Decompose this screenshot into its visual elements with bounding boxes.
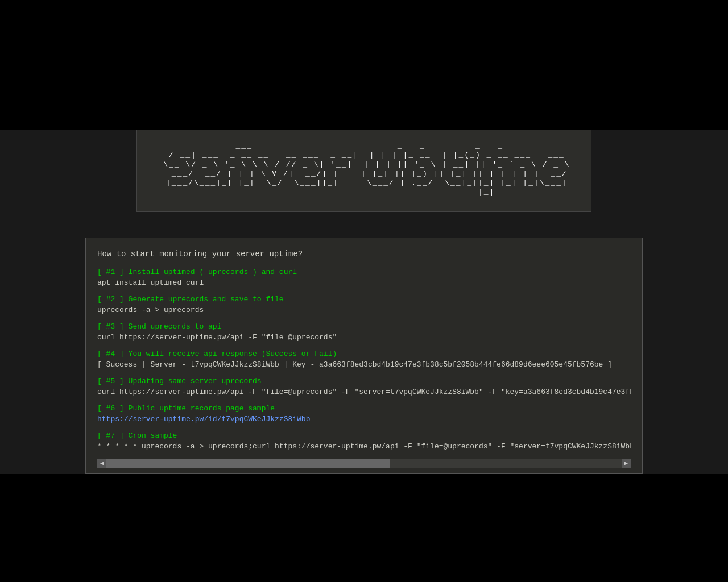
- step-7-command: * * * * * uprecords -a > uprecords;curl …: [97, 442, 631, 451]
- bottom-spacer: [0, 474, 728, 583]
- step-7: [ #7 ] Cron sample * * * * * uprecords -…: [97, 431, 631, 451]
- step-6-link[interactable]: https://server-uptime.pw/id/t7vpqCWKeJJk…: [97, 415, 631, 423]
- step-6-label: [ #6 ] Public uptime records page sample: [97, 404, 631, 413]
- step-1-label: [ #1 ] Install uptimed ( uprecords ) and…: [97, 268, 631, 276]
- step-4-label: [ #4 ] You will receive api response (Su…: [97, 350, 631, 358]
- step-2-command: uprecords -a > uprecords: [97, 306, 631, 314]
- step-5-command: curl https://server-uptime.pw/api -F "fi…: [97, 388, 631, 396]
- terminal-header-text: How to start monitoring your server upti…: [97, 250, 631, 259]
- step-2: [ #2 ] Generate uprecords and save to fi…: [97, 295, 631, 314]
- step-3-command: curl https://server-uptime.pw/api -F "fi…: [97, 333, 631, 342]
- step-1-command: apt install uptimed curl: [97, 278, 631, 287]
- ascii-art: ___ _ _ _ _ / __| ___ _ __ __ __ ___ _ _…: [154, 142, 574, 197]
- banner-section: ___ _ _ _ _ / __| ___ _ __ __ __ ___ _ _…: [136, 130, 592, 212]
- step-5-label: [ #5 ] Updating same server uprecords: [97, 377, 631, 385]
- terminal-panel: How to start monitoring your server upti…: [85, 238, 643, 474]
- gap-spacer: [0, 212, 728, 238]
- scrollbar-left-button[interactable]: ◀: [97, 459, 106, 468]
- top-spacer: [0, 0, 728, 130]
- step-2-label: [ #2 ] Generate uprecords and save to fi…: [97, 295, 631, 304]
- step-4-command: [ Success | Server - t7vpqCWKeJJkzzS8iWb…: [97, 360, 631, 369]
- step-3: [ #3 ] Send uprecords to api curl https:…: [97, 322, 631, 342]
- step-7-label: [ #7 ] Cron sample: [97, 431, 631, 440]
- step-6: [ #6 ] Public uptime records page sample…: [97, 404, 631, 423]
- horizontal-scrollbar[interactable]: ◀ ▶: [97, 459, 631, 468]
- step-5: [ #5 ] Updating same server uprecords cu…: [97, 377, 631, 396]
- step-1: [ #1 ] Install uptimed ( uprecords ) and…: [97, 268, 631, 287]
- scrollbar-right-button[interactable]: ▶: [622, 459, 631, 468]
- step-3-label: [ #3 ] Send uprecords to api: [97, 322, 631, 331]
- scrollbar-track[interactable]: [106, 459, 622, 468]
- step-4: [ #4 ] You will receive api response (Su…: [97, 350, 631, 369]
- scrollbar-thumb[interactable]: [106, 459, 390, 468]
